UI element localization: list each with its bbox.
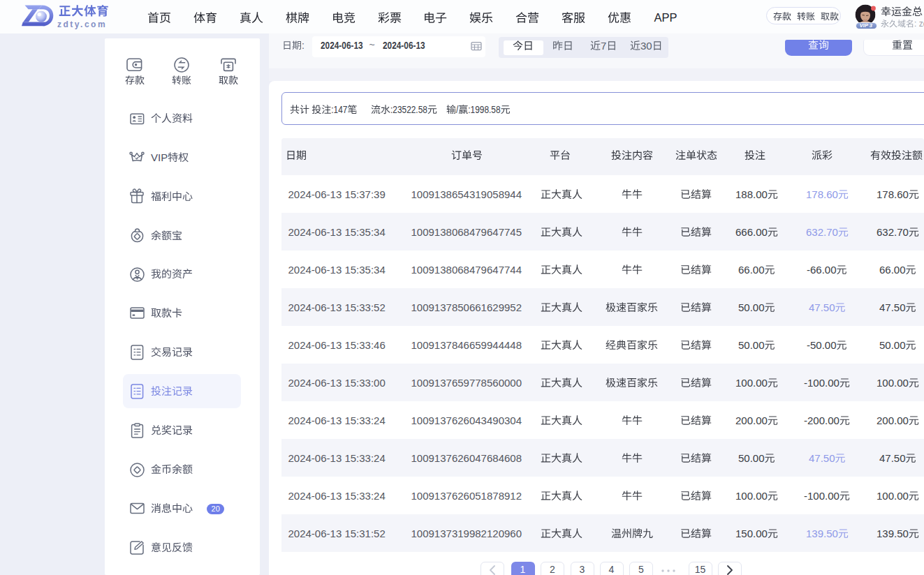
svg-text:47.50: 47.50 bbox=[809, 451, 835, 463]
svg-text:200.00: 200.00 bbox=[735, 414, 768, 426]
svg-text:100.00: 100.00 bbox=[877, 376, 909, 388]
svg-text:50.00: 50.00 bbox=[879, 338, 906, 350]
svg-text::1998.58: :1998.58 bbox=[468, 104, 500, 115]
svg-text:100.00: 100.00 bbox=[735, 489, 768, 501]
svg-text:100.00: 100.00 bbox=[877, 489, 909, 501]
svg-text:139.50: 139.50 bbox=[806, 527, 838, 539]
svg-text:-100.00: -100.00 bbox=[804, 489, 839, 501]
svg-text:666.00: 666.00 bbox=[735, 225, 768, 237]
svg-text:139.50: 139.50 bbox=[877, 527, 909, 539]
svg-text:7: 7 bbox=[601, 40, 606, 52]
svg-text:30: 30 bbox=[640, 40, 652, 52]
svg-text:47.50: 47.50 bbox=[879, 451, 906, 463]
svg-text:50.00: 50.00 bbox=[738, 338, 765, 350]
svg-text:178.60: 178.60 bbox=[806, 188, 838, 200]
svg-text:50.00: 50.00 bbox=[738, 451, 765, 463]
svg-text:200.00: 200.00 bbox=[877, 414, 909, 426]
svg-text:-66.00: -66.00 bbox=[807, 263, 837, 275]
svg-text::147: :147 bbox=[331, 104, 347, 115]
svg-text:50.00: 50.00 bbox=[738, 301, 765, 313]
svg-text:632.70: 632.70 bbox=[806, 225, 838, 237]
svg-text::23522.58: :23522.58 bbox=[390, 104, 427, 115]
svg-text:632.70: 632.70 bbox=[877, 225, 909, 237]
svg-text:66.00: 66.00 bbox=[879, 263, 906, 275]
svg-text:150.00: 150.00 bbox=[735, 527, 768, 539]
svg-text:-50.00: -50.00 bbox=[807, 338, 837, 350]
svg-text:100.00: 100.00 bbox=[735, 376, 768, 388]
svg-text:47.50: 47.50 bbox=[879, 301, 906, 313]
svg-text::: : bbox=[302, 40, 305, 51]
svg-text:-200.00: -200.00 bbox=[804, 414, 839, 426]
svg-text:: zd: : zd bbox=[914, 19, 924, 29]
svg-text:188.00: 188.00 bbox=[735, 188, 768, 200]
svg-text:178.60: 178.60 bbox=[877, 188, 909, 200]
svg-text:66.00: 66.00 bbox=[738, 263, 765, 275]
svg-text:/: / bbox=[456, 104, 458, 115]
svg-text:VIP: VIP bbox=[151, 151, 168, 163]
svg-text:47.50: 47.50 bbox=[809, 301, 835, 313]
svg-text:-100.00: -100.00 bbox=[804, 376, 839, 388]
